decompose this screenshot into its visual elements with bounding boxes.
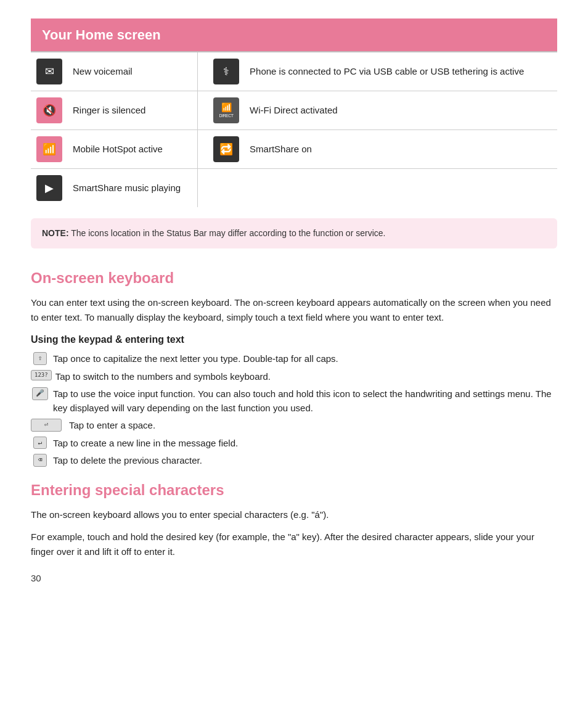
smartshare-music-label: SmartShare music playing bbox=[68, 169, 198, 208]
note-text: The icons location in the Status Bar may… bbox=[69, 228, 386, 238]
on-screen-keyboard-section: On-screen keyboard You can enter text us… bbox=[31, 267, 557, 468]
wifi-direct-label: Wi-Fi Direct activated bbox=[245, 91, 557, 130]
mic-text: Tap to use the voice input function. You… bbox=[53, 387, 557, 415]
ringer-icon-cell: 🔇 bbox=[31, 91, 68, 130]
empty-right-label bbox=[245, 169, 557, 208]
voicemail-icon-cell: ✉ bbox=[31, 52, 68, 91]
space-text: Tap to enter a space. bbox=[69, 419, 155, 433]
123-text: Tap to switch to the numbers and symbols… bbox=[55, 370, 271, 384]
shift-text: Tap once to capitalize the next letter y… bbox=[53, 352, 338, 366]
space-icon: ⏎ bbox=[31, 419, 65, 432]
special-characters-section: Entering special characters The on-scree… bbox=[31, 479, 557, 559]
note-bold: NOTE: bbox=[42, 228, 69, 238]
delete-icon: ⌫ bbox=[31, 454, 49, 467]
delete-text: Tap to delete the previous character. bbox=[53, 454, 202, 468]
section-header: Your Home screen bbox=[31, 18, 557, 51]
hotspot-icon: 📶 bbox=[36, 136, 62, 162]
voicemail-label: New voicemail bbox=[68, 52, 198, 91]
123-icon: 123? bbox=[31, 370, 52, 381]
special-characters-line-2: For example, touch and hold the desired … bbox=[31, 530, 557, 559]
smartshare-icon: 🔁 bbox=[213, 136, 239, 162]
smartshare-label: SmartShare on bbox=[245, 130, 557, 169]
icon-table: ✉ New voicemail ⚕ Phone is connected to … bbox=[31, 51, 557, 207]
col-divider bbox=[198, 91, 208, 130]
col-divider bbox=[198, 52, 208, 91]
wifi-direct-icon: 📶 DIRECT bbox=[213, 97, 239, 123]
page-number: 30 bbox=[31, 572, 557, 586]
smartshare-music-icon-cell: ▶ bbox=[31, 169, 68, 208]
on-screen-keyboard-title: On-screen keyboard bbox=[31, 267, 557, 289]
wifi-direct-icon-cell: 📶 DIRECT bbox=[208, 91, 245, 130]
empty-right-icon bbox=[208, 169, 245, 208]
keypad-item-delete: ⌫ Tap to delete the previous character. bbox=[31, 454, 557, 468]
header-title: Your Home screen bbox=[42, 27, 161, 43]
hotspot-label: Mobile HotSpot active bbox=[68, 130, 198, 169]
table-row: ▶ SmartShare music playing bbox=[31, 169, 557, 208]
note-box: NOTE: The icons location in the Status B… bbox=[31, 218, 557, 248]
hotspot-icon-cell: 📶 bbox=[31, 130, 68, 169]
keypad-item-space: ⏎ Tap to enter a space. bbox=[31, 419, 557, 433]
shift-icon: ⇧ bbox=[31, 352, 49, 365]
enter-icon: ↵ bbox=[31, 437, 49, 449]
usb-icon-cell: ⚕ bbox=[208, 52, 245, 91]
keypad-subsection-title: Using the keypad & entering text bbox=[31, 332, 557, 347]
special-characters-title: Entering special characters bbox=[31, 479, 557, 501]
mic-icon: 🎤 bbox=[31, 387, 49, 400]
usb-icon: ⚕ bbox=[213, 59, 239, 84]
smartshare-icon-cell: 🔁 bbox=[208, 130, 245, 169]
table-row: 🔇 Ringer is silenced 📶 DIRECT Wi-Fi Dire… bbox=[31, 91, 557, 130]
ringer-label: Ringer is silenced bbox=[68, 91, 198, 130]
keypad-item-123: 123? Tap to switch to the numbers and sy… bbox=[31, 370, 557, 384]
col-divider bbox=[198, 130, 208, 169]
keypad-item-mic: 🎤 Tap to use the voice input function. Y… bbox=[31, 387, 557, 415]
usb-label: Phone is connected to PC via USB cable o… bbox=[245, 52, 557, 91]
on-screen-keyboard-intro: You can enter text using the on-screen k… bbox=[31, 295, 557, 325]
enter-text: Tap to create a new line in the message … bbox=[53, 437, 238, 451]
smartshare-music-icon: ▶ bbox=[36, 175, 62, 201]
table-row: ✉ New voicemail ⚕ Phone is connected to … bbox=[31, 52, 557, 91]
voicemail-icon: ✉ bbox=[36, 59, 62, 84]
table-row: 📶 Mobile HotSpot active 🔁 SmartShare on bbox=[31, 130, 557, 169]
keypad-item-enter: ↵ Tap to create a new line in the messag… bbox=[31, 437, 557, 451]
keypad-item-shift: ⇧ Tap once to capitalize the next letter… bbox=[31, 352, 557, 366]
ringer-off-icon: 🔇 bbox=[36, 97, 62, 123]
col-divider bbox=[198, 169, 208, 208]
special-characters-line-1: The on-screen keyboard allows you to ent… bbox=[31, 507, 557, 522]
